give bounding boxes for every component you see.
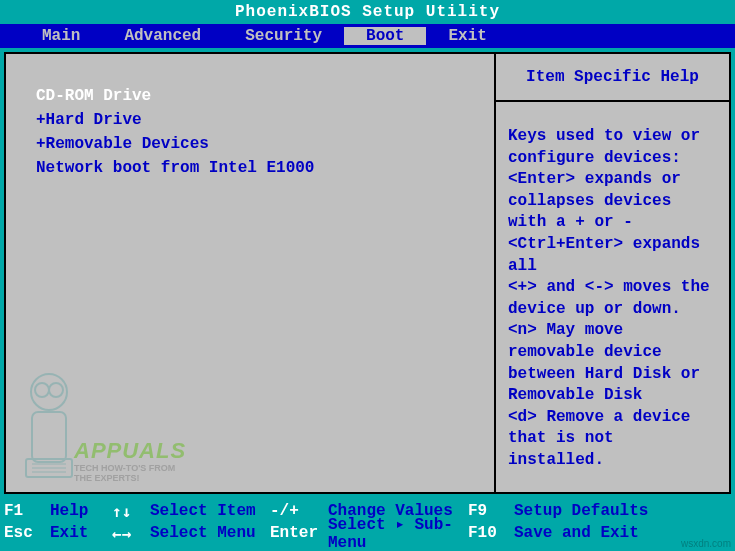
key-leftright: ←→ <box>112 524 150 543</box>
help-text: Keys used to view or configure devices: … <box>496 102 729 484</box>
help-panel: Item Specific Help Keys used to view or … <box>496 52 731 494</box>
svg-rect-3 <box>32 412 66 462</box>
svg-point-1 <box>35 383 49 397</box>
boot-item-removable[interactable]: +Removable Devices <box>36 132 464 156</box>
boot-item-network[interactable]: Network boot from Intel E1000 <box>36 156 464 180</box>
watermark-title: APPUALS <box>74 438 186 464</box>
svg-point-2 <box>49 383 63 397</box>
boot-item-cdrom[interactable]: CD-ROM Drive <box>36 84 464 108</box>
title-bar: PhoenixBIOS Setup Utility <box>0 0 735 24</box>
attribution: wsxdn.com <box>681 538 731 549</box>
mascot-icon <box>14 364 84 484</box>
menu-bar: Main Advanced Security Boot Exit <box>0 24 735 48</box>
watermark: APPUALS TECH HOW-TO'S FROM THE EXPERTS! <box>14 344 194 484</box>
key-f9: F9 <box>468 502 514 520</box>
boot-item-harddrive[interactable]: +Hard Drive <box>36 108 464 132</box>
menu-item-security[interactable]: Security <box>223 27 344 45</box>
key-f1: F1 <box>4 502 50 520</box>
key-enter: Enter <box>270 524 328 542</box>
key-esc: Esc <box>4 524 50 542</box>
footer-row-2: Esc Exit ←→ Select Menu Enter Select ▸ S… <box>4 522 731 544</box>
menu-item-main[interactable]: Main <box>20 27 102 45</box>
label-setup-defaults: Setup Defaults <box>514 502 648 520</box>
menu-item-advanced[interactable]: Advanced <box>102 27 223 45</box>
label-save-exit: Save and Exit <box>514 524 639 542</box>
menu-item-exit[interactable]: Exit <box>426 27 508 45</box>
watermark-sub2: THE EXPERTS! <box>74 474 186 484</box>
label-select-item: Select Item <box>150 502 270 520</box>
help-title: Item Specific Help <box>496 54 729 102</box>
footer-bar: F1 Help ↑↓ Select Item -/+ Change Values… <box>0 498 735 547</box>
label-exit: Exit <box>50 524 112 542</box>
label-select-menu: Select Menu <box>150 524 270 542</box>
label-help: Help <box>50 502 112 520</box>
menu-item-boot[interactable]: Boot <box>344 27 426 45</box>
key-f10: F10 <box>468 524 514 542</box>
boot-order-panel: CD-ROM Drive +Hard Drive +Removable Devi… <box>4 52 496 494</box>
label-select-submenu: Select ▸ Sub-Menu <box>328 514 468 551</box>
key-updown: ↑↓ <box>112 502 150 521</box>
content-area: CD-ROM Drive +Hard Drive +Removable Devi… <box>0 48 735 498</box>
key-plusminus: -/+ <box>270 502 328 520</box>
